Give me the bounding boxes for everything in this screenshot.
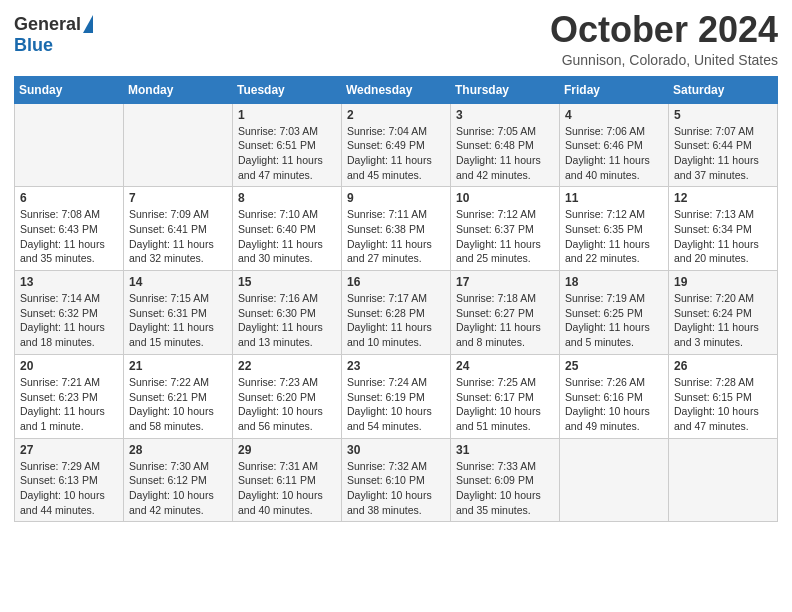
header-wednesday: Wednesday — [342, 76, 451, 103]
day-info: Sunrise: 7:24 AM Sunset: 6:19 PM Dayligh… — [347, 375, 445, 434]
day-info: Sunrise: 7:06 AM Sunset: 6:46 PM Dayligh… — [565, 124, 663, 183]
table-row: 11Sunrise: 7:12 AM Sunset: 6:35 PM Dayli… — [560, 187, 669, 271]
day-number: 16 — [347, 275, 445, 289]
day-info: Sunrise: 7:21 AM Sunset: 6:23 PM Dayligh… — [20, 375, 118, 434]
day-info: Sunrise: 7:22 AM Sunset: 6:21 PM Dayligh… — [129, 375, 227, 434]
day-number: 9 — [347, 191, 445, 205]
day-number: 11 — [565, 191, 663, 205]
table-row: 16Sunrise: 7:17 AM Sunset: 6:28 PM Dayli… — [342, 271, 451, 355]
day-info: Sunrise: 7:17 AM Sunset: 6:28 PM Dayligh… — [347, 291, 445, 350]
table-row: 7Sunrise: 7:09 AM Sunset: 6:41 PM Daylig… — [124, 187, 233, 271]
table-row — [669, 438, 778, 522]
table-row: 28Sunrise: 7:30 AM Sunset: 6:12 PM Dayli… — [124, 438, 233, 522]
day-number: 25 — [565, 359, 663, 373]
day-number: 14 — [129, 275, 227, 289]
day-number: 31 — [456, 443, 554, 457]
table-row: 17Sunrise: 7:18 AM Sunset: 6:27 PM Dayli… — [451, 271, 560, 355]
logo-general-text: General — [14, 14, 81, 35]
table-row: 23Sunrise: 7:24 AM Sunset: 6:19 PM Dayli… — [342, 354, 451, 438]
day-number: 10 — [456, 191, 554, 205]
table-row: 22Sunrise: 7:23 AM Sunset: 6:20 PM Dayli… — [233, 354, 342, 438]
day-info: Sunrise: 7:28 AM Sunset: 6:15 PM Dayligh… — [674, 375, 772, 434]
calendar-container: General Blue October 2024 Gunnison, Colo… — [0, 0, 792, 536]
table-row — [124, 103, 233, 187]
header-saturday: Saturday — [669, 76, 778, 103]
calendar-week-row: 6Sunrise: 7:08 AM Sunset: 6:43 PM Daylig… — [15, 187, 778, 271]
calendar-title: October 2024 — [550, 10, 778, 50]
day-info: Sunrise: 7:08 AM Sunset: 6:43 PM Dayligh… — [20, 207, 118, 266]
header: General Blue October 2024 Gunnison, Colo… — [14, 10, 778, 68]
day-info: Sunrise: 7:16 AM Sunset: 6:30 PM Dayligh… — [238, 291, 336, 350]
calendar-header-row: Sunday Monday Tuesday Wednesday Thursday… — [15, 76, 778, 103]
day-number: 20 — [20, 359, 118, 373]
day-number: 12 — [674, 191, 772, 205]
day-number: 7 — [129, 191, 227, 205]
day-info: Sunrise: 7:32 AM Sunset: 6:10 PM Dayligh… — [347, 459, 445, 518]
day-number: 3 — [456, 108, 554, 122]
table-row: 29Sunrise: 7:31 AM Sunset: 6:11 PM Dayli… — [233, 438, 342, 522]
day-number: 27 — [20, 443, 118, 457]
day-number: 23 — [347, 359, 445, 373]
table-row — [15, 103, 124, 187]
table-row: 3Sunrise: 7:05 AM Sunset: 6:48 PM Daylig… — [451, 103, 560, 187]
day-number: 17 — [456, 275, 554, 289]
day-number: 21 — [129, 359, 227, 373]
table-row: 6Sunrise: 7:08 AM Sunset: 6:43 PM Daylig… — [15, 187, 124, 271]
day-number: 18 — [565, 275, 663, 289]
table-row: 18Sunrise: 7:19 AM Sunset: 6:25 PM Dayli… — [560, 271, 669, 355]
calendar-table: Sunday Monday Tuesday Wednesday Thursday… — [14, 76, 778, 523]
day-info: Sunrise: 7:13 AM Sunset: 6:34 PM Dayligh… — [674, 207, 772, 266]
logo-blue-text: Blue — [14, 35, 53, 56]
day-info: Sunrise: 7:23 AM Sunset: 6:20 PM Dayligh… — [238, 375, 336, 434]
day-number: 4 — [565, 108, 663, 122]
table-row: 13Sunrise: 7:14 AM Sunset: 6:32 PM Dayli… — [15, 271, 124, 355]
table-row: 24Sunrise: 7:25 AM Sunset: 6:17 PM Dayli… — [451, 354, 560, 438]
table-row: 10Sunrise: 7:12 AM Sunset: 6:37 PM Dayli… — [451, 187, 560, 271]
table-row: 15Sunrise: 7:16 AM Sunset: 6:30 PM Dayli… — [233, 271, 342, 355]
title-block: October 2024 Gunnison, Colorado, United … — [550, 10, 778, 68]
day-info: Sunrise: 7:29 AM Sunset: 6:13 PM Dayligh… — [20, 459, 118, 518]
day-info: Sunrise: 7:11 AM Sunset: 6:38 PM Dayligh… — [347, 207, 445, 266]
calendar-week-row: 20Sunrise: 7:21 AM Sunset: 6:23 PM Dayli… — [15, 354, 778, 438]
day-number: 19 — [674, 275, 772, 289]
day-info: Sunrise: 7:31 AM Sunset: 6:11 PM Dayligh… — [238, 459, 336, 518]
day-number: 6 — [20, 191, 118, 205]
table-row: 27Sunrise: 7:29 AM Sunset: 6:13 PM Dayli… — [15, 438, 124, 522]
table-row: 12Sunrise: 7:13 AM Sunset: 6:34 PM Dayli… — [669, 187, 778, 271]
day-number: 15 — [238, 275, 336, 289]
day-number: 5 — [674, 108, 772, 122]
header-friday: Friday — [560, 76, 669, 103]
day-info: Sunrise: 7:19 AM Sunset: 6:25 PM Dayligh… — [565, 291, 663, 350]
table-row — [560, 438, 669, 522]
table-row: 8Sunrise: 7:10 AM Sunset: 6:40 PM Daylig… — [233, 187, 342, 271]
logo-triangle-icon — [83, 15, 93, 33]
day-number: 13 — [20, 275, 118, 289]
day-info: Sunrise: 7:10 AM Sunset: 6:40 PM Dayligh… — [238, 207, 336, 266]
calendar-week-row: 1Sunrise: 7:03 AM Sunset: 6:51 PM Daylig… — [15, 103, 778, 187]
table-row: 20Sunrise: 7:21 AM Sunset: 6:23 PM Dayli… — [15, 354, 124, 438]
calendar-week-row: 27Sunrise: 7:29 AM Sunset: 6:13 PM Dayli… — [15, 438, 778, 522]
logo: General Blue — [14, 14, 93, 56]
table-row: 2Sunrise: 7:04 AM Sunset: 6:49 PM Daylig… — [342, 103, 451, 187]
table-row: 1Sunrise: 7:03 AM Sunset: 6:51 PM Daylig… — [233, 103, 342, 187]
day-number: 1 — [238, 108, 336, 122]
header-sunday: Sunday — [15, 76, 124, 103]
day-number: 2 — [347, 108, 445, 122]
table-row: 4Sunrise: 7:06 AM Sunset: 6:46 PM Daylig… — [560, 103, 669, 187]
table-row: 9Sunrise: 7:11 AM Sunset: 6:38 PM Daylig… — [342, 187, 451, 271]
day-number: 30 — [347, 443, 445, 457]
table-row: 14Sunrise: 7:15 AM Sunset: 6:31 PM Dayli… — [124, 271, 233, 355]
table-row: 5Sunrise: 7:07 AM Sunset: 6:44 PM Daylig… — [669, 103, 778, 187]
day-info: Sunrise: 7:12 AM Sunset: 6:35 PM Dayligh… — [565, 207, 663, 266]
header-monday: Monday — [124, 76, 233, 103]
day-number: 24 — [456, 359, 554, 373]
day-info: Sunrise: 7:25 AM Sunset: 6:17 PM Dayligh… — [456, 375, 554, 434]
day-number: 26 — [674, 359, 772, 373]
day-number: 22 — [238, 359, 336, 373]
day-info: Sunrise: 7:26 AM Sunset: 6:16 PM Dayligh… — [565, 375, 663, 434]
calendar-location: Gunnison, Colorado, United States — [550, 52, 778, 68]
day-info: Sunrise: 7:33 AM Sunset: 6:09 PM Dayligh… — [456, 459, 554, 518]
day-info: Sunrise: 7:07 AM Sunset: 6:44 PM Dayligh… — [674, 124, 772, 183]
day-info: Sunrise: 7:05 AM Sunset: 6:48 PM Dayligh… — [456, 124, 554, 183]
calendar-week-row: 13Sunrise: 7:14 AM Sunset: 6:32 PM Dayli… — [15, 271, 778, 355]
